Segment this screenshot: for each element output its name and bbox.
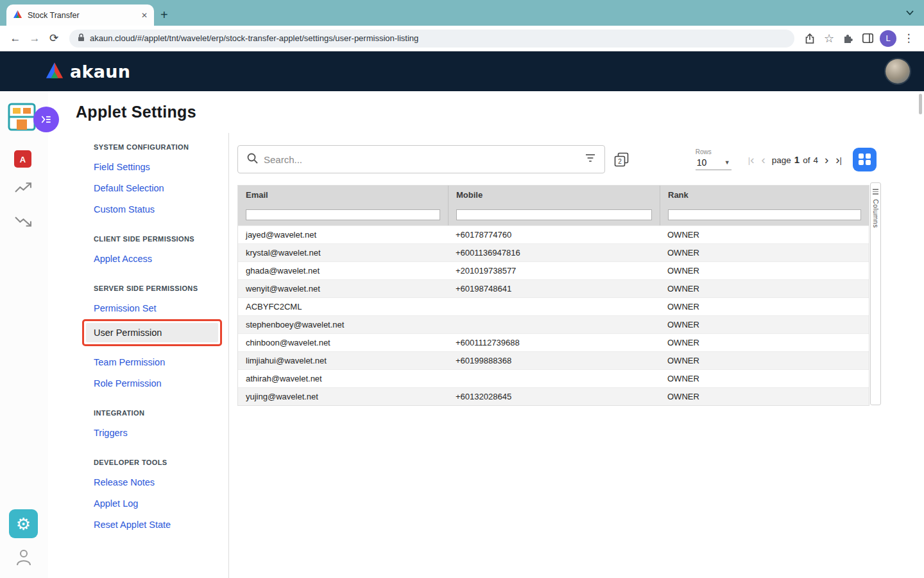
copy-pages-icon[interactable]: 2 xyxy=(614,152,629,167)
nav-heading: CLIENT SIDE PERMISSIONS xyxy=(94,235,228,243)
url-text: akaun.cloud/#/applet/tnt/wavelet/erp/sto… xyxy=(90,33,418,43)
table-row[interactable]: yujing@wavelet.net+60132028645OWNER xyxy=(238,387,869,405)
cell-email: wenyit@wavelet.net xyxy=(238,284,448,293)
search-icon xyxy=(247,153,258,166)
column-header-rank[interactable]: Rank xyxy=(660,186,869,204)
rows-label: Rows xyxy=(696,148,732,155)
cell-email: jayed@wavelet.net xyxy=(238,230,448,240)
grid-icon xyxy=(859,153,871,166)
share-icon[interactable] xyxy=(801,30,819,48)
filter-input-mobile[interactable] xyxy=(456,209,652,220)
browser-profile-avatar[interactable]: L xyxy=(880,30,896,47)
nav-heading: SERVER SIDE PERMISSIONS xyxy=(94,285,228,292)
table-row[interactable]: wenyit@wavelet.net+60198748641OWNER xyxy=(238,279,869,297)
applet-warehouse-icon[interactable] xyxy=(8,100,36,134)
search-input[interactable] xyxy=(264,154,579,165)
filter-input-email[interactable] xyxy=(246,209,440,220)
svg-text:2: 2 xyxy=(618,158,622,165)
tab-favicon-icon xyxy=(13,10,22,21)
nav-item-team-permission[interactable]: Team Permission xyxy=(94,357,228,367)
filter-input-rank[interactable] xyxy=(668,209,861,220)
trend-up-icon[interactable] xyxy=(15,181,32,197)
svg-text:A: A xyxy=(20,155,26,164)
cell-email: chinboon@wavelet.net xyxy=(238,338,448,347)
cell-mobile: +6001136947816 xyxy=(448,248,660,258)
akaun-logo-icon xyxy=(45,62,64,82)
columns-panel-toggle[interactable]: Columns xyxy=(870,182,881,405)
forward-button[interactable]: → xyxy=(26,30,44,48)
table-row[interactable]: ghada@wavelet.net+201019738577OWNER xyxy=(238,261,869,279)
columns-panel-label: Columns xyxy=(872,199,880,228)
table-row[interactable]: jayed@wavelet.net+60178774760OWNER xyxy=(238,225,869,243)
expand-sidebar-button[interactable] xyxy=(33,107,59,132)
sidepanel-icon[interactable] xyxy=(859,30,877,48)
table-row[interactable]: athirah@wavelet.netOWNER xyxy=(238,369,869,387)
new-tab-button[interactable]: + xyxy=(160,9,168,21)
tab-search-icon[interactable] xyxy=(906,6,914,18)
cell-rank: OWNER xyxy=(660,320,869,329)
profile-person-icon[interactable] xyxy=(16,548,31,568)
cell-email: krystal@wavelet.net xyxy=(238,248,448,258)
left-rail: A ⚙ xyxy=(0,91,48,578)
nav-item-role-permission[interactable]: Role Permission xyxy=(94,378,228,389)
gear-icon: ⚙ xyxy=(16,516,31,532)
table-row[interactable]: stephenboey@wavelet.netOWNER xyxy=(238,315,869,333)
table-row[interactable]: krystal@wavelet.net+6001136947816OWNER xyxy=(238,243,869,261)
reload-button[interactable]: ⟳ xyxy=(45,30,63,48)
back-button[interactable]: ← xyxy=(6,30,24,48)
last-page-button[interactable]: ›| xyxy=(835,153,843,166)
brand: akaun xyxy=(45,62,130,82)
bookmark-star-icon[interactable]: ☆ xyxy=(820,30,838,48)
lock-icon xyxy=(78,33,85,44)
nav-section-server-side-permissions: SERVER SIDE PERMISSIONS Permission Set U… xyxy=(94,285,228,389)
cell-mobile: +60178774760 xyxy=(448,230,660,240)
nav-item-reset-applet-state[interactable]: Reset Applet State xyxy=(94,520,228,530)
table-row[interactable]: limjiahui@wavelet.net+60199888368OWNER xyxy=(238,351,869,369)
user-avatar[interactable] xyxy=(886,59,910,83)
nav-item-user-permission[interactable]: User Permission xyxy=(86,323,218,342)
nav-section-system-configuration: SYSTEM CONFIGURATION Field Settings Defa… xyxy=(94,143,228,215)
column-header-email[interactable]: Email xyxy=(238,190,448,200)
cell-email: limjiahui@wavelet.net xyxy=(238,356,448,365)
nav-item-permission-set[interactable]: Permission Set xyxy=(94,303,228,313)
nav-item-triggers[interactable]: Triggers xyxy=(94,428,228,438)
nav-item-custom-status[interactable]: Custom Status xyxy=(94,204,228,215)
cell-rank: OWNER xyxy=(660,230,869,240)
next-page-button[interactable]: › xyxy=(824,153,829,166)
nav-item-default-selection[interactable]: Default Selection xyxy=(94,183,228,193)
nav-item-applet-access[interactable]: Applet Access xyxy=(94,254,228,264)
rows-select[interactable]: 10 ▼ xyxy=(696,156,732,170)
grid-view-button[interactable] xyxy=(853,148,877,171)
cell-email: yujing@wavelet.net xyxy=(238,392,448,401)
prev-page-button[interactable]: ‹ xyxy=(760,153,766,166)
grip-icon xyxy=(873,189,878,195)
filter-funnel-icon[interactable] xyxy=(585,153,595,165)
nav-item-applet-log[interactable]: Applet Log xyxy=(94,498,228,509)
table-header-row: Email Mobile Rank xyxy=(238,186,869,204)
table-row[interactable]: ACBYFC2CMLOWNER xyxy=(238,297,869,315)
pagination: Rows 10 ▼ |‹ ‹ page1of4 › ›| xyxy=(696,148,843,170)
rows-per-page: Rows 10 ▼ xyxy=(696,148,732,170)
trend-down-icon[interactable] xyxy=(15,215,32,231)
url-bar[interactable]: akaun.cloud/#/applet/tnt/wavelet/erp/sto… xyxy=(69,30,794,48)
chevron-down-icon: ▼ xyxy=(724,159,730,166)
browser-tab[interactable]: Stock Transfer ✕ xyxy=(6,4,154,26)
first-page-button[interactable]: |‹ xyxy=(748,153,755,166)
nav-heading: INTEGRATION xyxy=(94,409,228,417)
settings-gear-button[interactable]: ⚙ xyxy=(9,509,38,538)
cell-rank: OWNER xyxy=(660,338,869,347)
cell-rank: OWNER xyxy=(660,302,869,311)
nav-section-integration: INTEGRATION Triggers xyxy=(94,409,228,438)
extensions-puzzle-icon[interactable] xyxy=(839,30,857,48)
nav-item-field-settings[interactable]: Field Settings xyxy=(94,162,228,172)
cell-mobile: +60132028645 xyxy=(448,392,660,401)
nav-item-release-notes[interactable]: Release Notes xyxy=(94,477,228,487)
browser-menu-icon[interactable]: ⋮ xyxy=(900,30,918,48)
cell-mobile: +201019738577 xyxy=(448,266,660,276)
tab-close-icon[interactable]: ✕ xyxy=(141,11,148,20)
pdf-icon[interactable]: A xyxy=(14,150,31,170)
app-header: akaun xyxy=(0,51,924,91)
table-row[interactable]: chinboon@wavelet.net+6001112739688OWNER xyxy=(238,333,869,351)
cell-rank: OWNER xyxy=(660,356,869,365)
column-header-mobile[interactable]: Mobile xyxy=(448,186,660,204)
